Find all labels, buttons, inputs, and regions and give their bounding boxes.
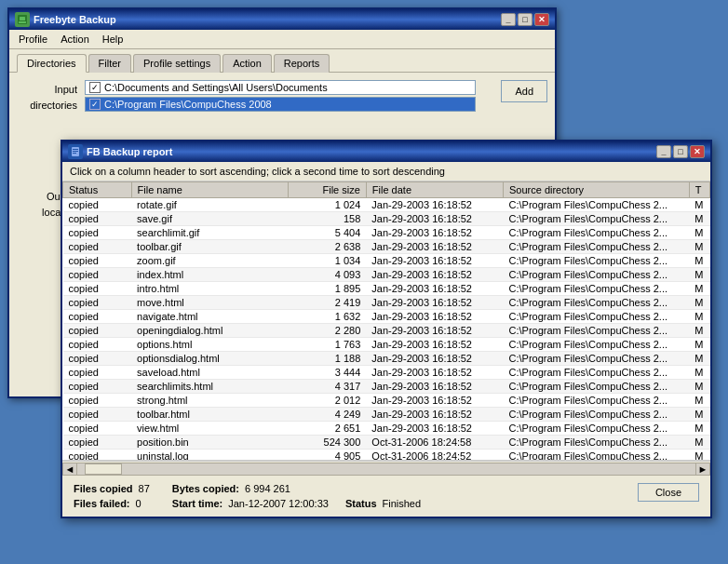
report-table: Status File name File size File date Sou… bbox=[62, 181, 710, 461]
report-table-container[interactable]: Status File name File size File date Sou… bbox=[62, 181, 710, 461]
table-cell: C:\Program Files\CompuChess 2... bbox=[503, 282, 689, 296]
directories-list: C:\Documents and Settings\All Users\Docu… bbox=[85, 80, 493, 112]
table-row: copiedsaveload.html3 444Jan-29-2003 16:1… bbox=[63, 366, 710, 380]
col-filename[interactable]: File name bbox=[131, 182, 288, 198]
table-cell: 2 280 bbox=[288, 324, 366, 338]
input-dir-label: Inputdirectories bbox=[17, 80, 77, 113]
table-cell: 2 419 bbox=[288, 296, 366, 310]
dir-checkbox-1[interactable] bbox=[89, 82, 101, 93]
table-row: copiedopeningdialog.html2 280Jan-29-2003… bbox=[63, 324, 710, 338]
table-cell: strong.html bbox=[131, 394, 288, 408]
tab-action[interactable]: Action bbox=[222, 54, 272, 73]
table-cell: M bbox=[689, 408, 709, 422]
start-time-value: Jan-12-2007 12:00:33 bbox=[228, 498, 329, 509]
table-cell: C:\Program Files\CompuChess 2... bbox=[503, 436, 689, 450]
table-cell: copied bbox=[63, 296, 132, 310]
table-cell: copied bbox=[63, 254, 132, 268]
table-cell: 1 763 bbox=[288, 338, 366, 352]
menu-action[interactable]: Action bbox=[55, 32, 95, 47]
table-cell: 5 404 bbox=[288, 226, 366, 240]
tab-filter[interactable]: Filter bbox=[88, 54, 131, 73]
start-time-row: Start time: Jan-12-2007 12:00:33 Status … bbox=[172, 498, 421, 509]
scroll-left-btn[interactable]: ◄ bbox=[62, 463, 77, 476]
col-status[interactable]: Status bbox=[63, 182, 132, 198]
report-title-bar: FB Backup report _ □ ✕ bbox=[62, 141, 710, 162]
table-cell: 1 024 bbox=[288, 198, 366, 212]
files-copied-row: Files copied 87 bbox=[74, 483, 150, 494]
report-icon bbox=[68, 144, 83, 159]
table-cell: 4 317 bbox=[288, 380, 366, 394]
table-cell: M bbox=[689, 212, 709, 226]
table-cell: C:\Program Files\CompuChess 2... bbox=[503, 380, 689, 394]
tab-directories[interactable]: Directories bbox=[17, 54, 87, 73]
files-copied-value: 87 bbox=[139, 483, 150, 494]
table-cell: Jan-29-2003 16:18:52 bbox=[366, 310, 503, 324]
dir-checkbox-2[interactable] bbox=[89, 99, 101, 110]
table-cell: Jan-29-2003 16:18:52 bbox=[366, 268, 503, 282]
close-button[interactable]: ✕ bbox=[534, 13, 549, 26]
table-cell: Jan-29-2003 16:18:52 bbox=[366, 380, 503, 394]
table-row: copiedtoolbar.gif2 638Jan-29-2003 16:18:… bbox=[63, 240, 710, 254]
col-source[interactable]: Source directory bbox=[503, 182, 689, 198]
menu-help[interactable]: Help bbox=[97, 32, 129, 47]
table-cell: 4 905 bbox=[288, 450, 366, 462]
report-footer: Files copied 87 Files failed: 0 Bytes co… bbox=[62, 476, 710, 517]
add-directory-button[interactable]: Add bbox=[501, 80, 547, 102]
close-report-button[interactable]: Close bbox=[638, 483, 699, 502]
h-scrollbar-track[interactable] bbox=[77, 463, 695, 476]
table-cell: M bbox=[689, 268, 709, 282]
col-filedate[interactable]: File date bbox=[366, 182, 503, 198]
report-close-button[interactable]: ✕ bbox=[690, 145, 705, 158]
table-cell: M bbox=[689, 394, 709, 408]
table-cell: M bbox=[689, 422, 709, 436]
h-scrollbar-thumb[interactable] bbox=[85, 463, 122, 475]
table-cell: M bbox=[689, 226, 709, 240]
table-cell: options.html bbox=[131, 338, 288, 352]
tab-reports[interactable]: Reports bbox=[274, 54, 330, 73]
table-row: copiedposition.bin524 300Oct-31-2006 18:… bbox=[63, 436, 710, 450]
table-cell: M bbox=[689, 352, 709, 366]
menu-profile[interactable]: Profile bbox=[13, 32, 53, 47]
table-cell: M bbox=[689, 436, 709, 450]
dir-path-1: C:\Documents and Settings\All Users\Docu… bbox=[104, 82, 328, 93]
status-value: Finished bbox=[383, 498, 422, 509]
report-maximize-button[interactable]: □ bbox=[673, 145, 688, 158]
table-cell: M bbox=[689, 254, 709, 268]
directory-item-1[interactable]: C:\Documents and Settings\All Users\Docu… bbox=[85, 80, 476, 95]
table-row: copiedmove.html2 419Jan-29-2003 16:18:52… bbox=[63, 296, 710, 310]
report-title-left: FB Backup report bbox=[68, 144, 172, 159]
table-cell: C:\Program Files\CompuChess 2... bbox=[503, 254, 689, 268]
table-row: copiedzoom.gif1 034Jan-29-2003 16:18:52C… bbox=[63, 254, 710, 268]
table-cell: copied bbox=[63, 198, 132, 212]
table-cell: 1 188 bbox=[288, 352, 366, 366]
title-left: Freebyte Backup bbox=[15, 12, 116, 27]
table-cell: copied bbox=[63, 240, 132, 254]
table-cell: rotate.gif bbox=[131, 198, 288, 212]
col-filesize[interactable]: File size bbox=[288, 182, 366, 198]
table-cell: 1 034 bbox=[288, 254, 366, 268]
table-cell: searchlimit.gif bbox=[131, 226, 288, 240]
directory-item-2[interactable]: C:\Program Files\CompuChess 2008 bbox=[85, 97, 476, 112]
table-cell: M bbox=[689, 380, 709, 394]
table-cell: Jan-29-2003 16:18:52 bbox=[366, 296, 503, 310]
minimize-button[interactable]: _ bbox=[501, 13, 516, 26]
maximize-button[interactable]: □ bbox=[518, 13, 533, 26]
report-minimize-button[interactable]: _ bbox=[656, 145, 671, 158]
table-cell: C:\Program Files\CompuChess 2... bbox=[503, 268, 689, 282]
table-cell: copied bbox=[63, 366, 132, 380]
svg-rect-1 bbox=[20, 17, 25, 20]
col-t[interactable]: T bbox=[689, 182, 709, 198]
table-cell: C:\Program Files\CompuChess 2... bbox=[503, 422, 689, 436]
table-cell: 4 093 bbox=[288, 268, 366, 282]
table-row: copiedview.html2 651Jan-29-2003 16:18:52… bbox=[63, 422, 710, 436]
scroll-right-btn[interactable]: ► bbox=[695, 463, 710, 476]
h-scrollbar-area[interactable]: ◄ ► bbox=[62, 461, 710, 476]
table-cell: copied bbox=[63, 422, 132, 436]
table-cell: Jan-29-2003 16:18:52 bbox=[366, 226, 503, 240]
table-cell: searchlimits.html bbox=[131, 380, 288, 394]
table-cell: C:\Program Files\CompuChess 2... bbox=[503, 408, 689, 422]
table-cell: C:\Program Files\CompuChess 2... bbox=[503, 198, 689, 212]
table-cell: C:\Program Files\CompuChess 2... bbox=[503, 324, 689, 338]
tab-profile-settings[interactable]: Profile settings bbox=[133, 54, 221, 73]
table-cell: M bbox=[689, 310, 709, 324]
